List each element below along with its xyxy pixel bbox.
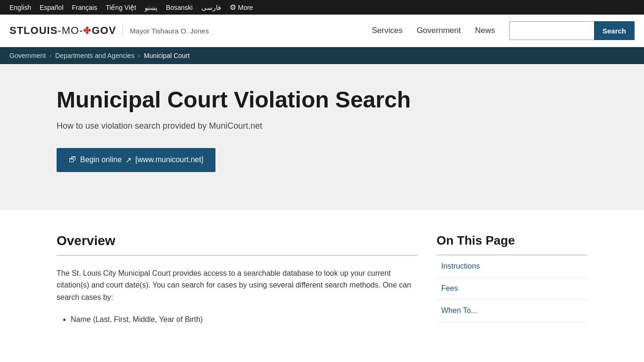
main-content: Overview The St. Louis City Municipal Co… bbox=[0, 210, 644, 355]
overview-body: The St. Louis City Municipal Court provi… bbox=[57, 267, 418, 304]
list-item-fees: Fees bbox=[437, 278, 587, 300]
link-fees[interactable]: Fees bbox=[437, 278, 587, 299]
nav-news[interactable]: News bbox=[475, 26, 495, 35]
lang-farsi[interactable]: فارسی bbox=[201, 4, 221, 11]
logo-dash: -MO- bbox=[58, 25, 83, 36]
overview-list: Name (Last, First, Middle, Year of Birth… bbox=[57, 313, 418, 327]
hero-section: Municipal Court Violation Search How to … bbox=[0, 64, 644, 210]
breadcrumb: Government › Departments and Agencies › … bbox=[0, 47, 644, 64]
nav-services[interactable]: Services bbox=[372, 26, 403, 35]
logo-divider bbox=[123, 24, 123, 38]
site-header: STLOUIS-MO-✤GOV Mayor Tishaura O. Jones … bbox=[0, 15, 644, 47]
more-label: More bbox=[238, 4, 253, 11]
search-area: Search bbox=[509, 21, 635, 40]
on-this-page-heading: On This Page bbox=[437, 233, 587, 248]
page-title: Municipal Court Violation Search bbox=[57, 88, 625, 113]
external-link-icon: 🗗 bbox=[69, 156, 76, 164]
begin-btn-label: Begin online bbox=[80, 156, 122, 164]
lang-espanol[interactable]: Español bbox=[40, 4, 64, 11]
search-button[interactable]: Search bbox=[594, 21, 635, 40]
on-this-page-list: Instructions Fees When To... bbox=[437, 255, 587, 322]
site-logo[interactable]: STLOUIS-MO-✤GOV bbox=[9, 25, 116, 37]
content-right: On This Page Instructions Fees When To..… bbox=[437, 233, 587, 327]
main-nav: Services Government News Search bbox=[372, 21, 635, 40]
list-item: Name (Last, First, Middle, Year of Birth… bbox=[71, 313, 418, 327]
lang-bosanski[interactable]: Bosanski bbox=[166, 4, 193, 11]
page-subtitle: How to use violation search provided by … bbox=[57, 121, 625, 131]
nav-government[interactable]: Government bbox=[417, 26, 461, 35]
mayor-name: Mayor Tishaura O. Jones bbox=[130, 27, 209, 35]
language-bar: English Español Français Tiếng Việt پښتو… bbox=[0, 0, 644, 15]
logo-part2: GOV bbox=[91, 25, 116, 36]
chevron-icon-2: › bbox=[138, 52, 140, 59]
breadcrumb-current: Municipal Court bbox=[144, 52, 190, 59]
search-input[interactable] bbox=[509, 21, 594, 40]
link-when[interactable]: When To... bbox=[437, 300, 587, 321]
overview-divider bbox=[57, 255, 418, 256]
breadcrumb-departments[interactable]: Departments and Agencies bbox=[55, 52, 134, 59]
lang-tieng-viet[interactable]: Tiếng Việt bbox=[106, 4, 136, 11]
lang-english[interactable]: English bbox=[9, 4, 31, 11]
external-link-icon-2: ↗ bbox=[125, 156, 132, 165]
list-item-when: When To... bbox=[437, 300, 587, 322]
logo-area: STLOUIS-MO-✤GOV Mayor Tishaura O. Jones bbox=[9, 24, 209, 38]
more-languages-button[interactable]: ⚙ More bbox=[230, 3, 253, 12]
fleur-icon: ✤ bbox=[83, 25, 91, 36]
begin-btn-url: [www.municourt.net] bbox=[135, 156, 203, 164]
hero-pointer bbox=[303, 193, 341, 210]
lang-pashto[interactable]: پښتو bbox=[145, 4, 157, 11]
overview-heading: Overview bbox=[57, 233, 418, 248]
chevron-icon: › bbox=[50, 52, 51, 59]
begin-online-button[interactable]: 🗗 Begin online ↗ [www.municourt.net] bbox=[57, 148, 215, 172]
logo-part1: STLOUIS bbox=[9, 25, 58, 36]
list-item-instructions: Instructions bbox=[437, 255, 587, 278]
breadcrumb-government[interactable]: Government bbox=[9, 52, 46, 59]
translate-icon: ⚙ bbox=[230, 3, 236, 12]
lang-francais[interactable]: Français bbox=[72, 4, 98, 11]
content-left: Overview The St. Louis City Municipal Co… bbox=[57, 233, 418, 327]
link-instructions[interactable]: Instructions bbox=[437, 255, 587, 277]
